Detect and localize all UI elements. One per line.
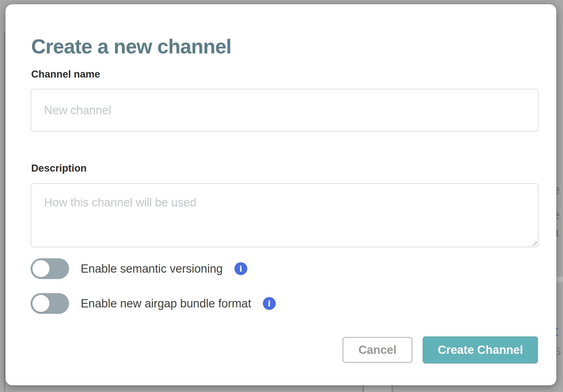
toggle-knob bbox=[32, 260, 50, 277]
airgap-bundle-toggle[interactable] bbox=[31, 293, 69, 314]
backdrop-cell-fragment bbox=[364, 385, 392, 392]
description-textarea[interactable] bbox=[31, 183, 539, 247]
cancel-button[interactable]: Cancel bbox=[343, 337, 413, 363]
airgap-bundle-label: Enable new airgap bundle format bbox=[81, 297, 251, 310]
create-channel-modal: Create a new channel Channel name Descri… bbox=[6, 4, 556, 385]
modal-title: Create a new channel bbox=[31, 35, 231, 58]
toggle-knob bbox=[32, 295, 50, 312]
modal-footer: Cancel Create Channel bbox=[343, 336, 538, 363]
backdrop-panel-border bbox=[4, 31, 5, 392]
channel-name-label: Channel name bbox=[31, 68, 100, 80]
description-field bbox=[31, 183, 539, 247]
semantic-versioning-row: Enable semantic versioning i bbox=[31, 258, 247, 279]
backdrop-column-divider bbox=[392, 385, 393, 392]
semantic-versioning-toggle[interactable] bbox=[31, 258, 69, 279]
airgap-bundle-row: Enable new airgap bundle format i bbox=[31, 293, 276, 314]
channel-name-input[interactable] bbox=[31, 89, 539, 132]
dimmed-backdrop: e e la l it s Create a new channel Chann… bbox=[0, 0, 563, 392]
create-channel-button[interactable]: Create Channel bbox=[423, 336, 538, 363]
backdrop-row-band bbox=[556, 277, 563, 282]
description-label: Description bbox=[31, 162, 87, 174]
info-icon[interactable]: i bbox=[263, 297, 276, 310]
info-icon[interactable]: i bbox=[234, 262, 247, 275]
semantic-versioning-label: Enable semantic versioning bbox=[81, 262, 223, 275]
